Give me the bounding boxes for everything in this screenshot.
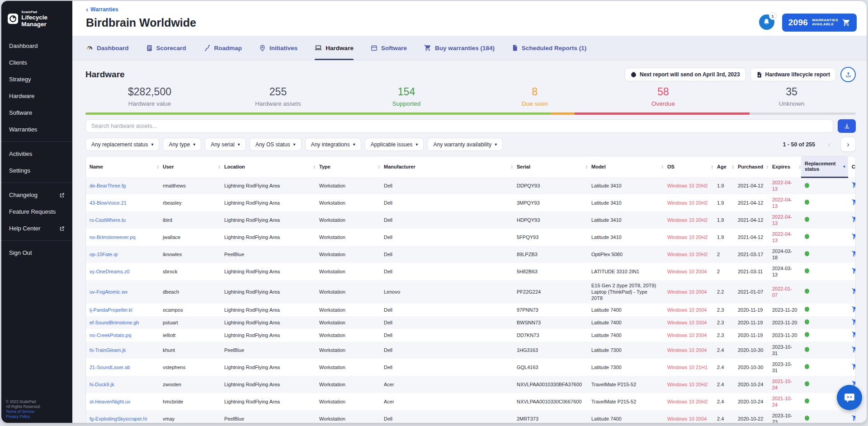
sidebar-item-software[interactable]: Software [1,104,72,121]
add-to-cart-icon[interactable] [852,346,856,353]
tab-scorecard[interactable]: Scorecard [146,36,186,60]
table-row[interactable]: 21-SoundLaser.ab vstephens Lightning Rod… [86,359,856,376]
asset-name-link[interactable]: rs-CastWhere.tu [90,217,126,223]
tab-buy-warranties[interactable]: Buy warranties (184) [424,36,495,60]
filter-warranty-availability[interactable]: Any warranty availability▾ [427,138,503,151]
sidebar-item-settings[interactable]: Settings [1,162,72,179]
add-to-cart-icon[interactable] [852,415,856,421]
sidebar-item-clients[interactable]: Clients [1,54,72,71]
sidebar-item-warranties[interactable]: Warranties [1,121,72,138]
table-row[interactable]: de-BearThree.fg rmatthews Lightning RodF… [86,177,856,194]
hardware-lifecycle-report-button[interactable]: Hardware lifecycle report [750,68,836,81]
table-row[interactable]: hi-TrainGleam.jk khunt PeelBlue Workstat… [86,342,856,359]
table-row[interactable]: uv-FogAtomic.wx dbeach Lightning RodFlyi… [86,280,856,304]
asset-name-link[interactable]: ef-SoundBrimstone.gh [90,320,139,325]
filter-replacement-status[interactable]: Any replacement status▾ [85,138,159,151]
table-row[interactable]: 43-BlowVoice.21 rbeasley Lightning RodFl… [86,194,856,211]
next-report-schedule-button[interactable]: Next report will send on April 3rd, 2023 [625,68,746,81]
asset-name-link[interactable]: hi-Duck9.jk [90,382,114,387]
table-row[interactable]: op-10Fate.qr iknowles PeelBlue Workstati… [86,246,856,263]
warranties-available-button[interactable]: 2096 WARRANTIES AVAILABLE [782,14,857,32]
column-header-user[interactable]: User▴▾ [159,156,221,177]
add-to-cart-icon[interactable] [852,306,856,313]
tab-dashboard[interactable]: Dashboard [86,36,129,60]
add-to-cart-icon[interactable] [852,363,856,370]
asset-name-link[interactable]: no-CreekPotato.pq [90,332,131,338]
table-row[interactable]: no-CreekPotato.pq ielliott Lightning Rod… [86,329,856,342]
tab-initiatives[interactable]: Initiatives [259,36,297,60]
sidebar-item-hardware[interactable]: Hardware [1,88,72,104]
add-to-cart-icon[interactable] [852,331,856,338]
column-header-expires[interactable]: Expires▴▾ [769,156,801,177]
sidebar-item-changelog[interactable]: Changelog [1,187,72,203]
column-header-purchased[interactable]: Purchased▴▾ [734,156,769,177]
sidebar-item-activities[interactable]: Activities [1,145,72,162]
sidebar-item-help-center[interactable]: Help Center [1,220,72,237]
search-input[interactable] [85,119,833,133]
table-row[interactable]: ij-PandaPropeller.kl ocampos Lightning R… [86,304,856,316]
filter-os-status[interactable]: Any OS status▾ [250,138,302,151]
column-header-location[interactable]: Location▴▾ [221,156,316,177]
filter-serial[interactable]: Any serial▾ [205,138,246,151]
notifications-button[interactable]: 1 [759,14,775,31]
export-share-button[interactable] [840,67,856,82]
table-row[interactable]: fg-ExplodingSkyscraper.hi vmay PeelBlue … [86,410,856,423]
sidebar-item-strategy[interactable]: Strategy [1,71,72,88]
table-row[interactable]: xy-OneDreams.z0 sbrock Lightning RodFlyi… [86,263,856,280]
add-to-cart-icon[interactable] [852,250,856,257]
column-header-age[interactable]: Age▴▾ [713,156,734,177]
add-to-cart-icon[interactable] [852,318,856,325]
tab-scheduled-reports[interactable]: Scheduled Reports (1) [512,36,586,60]
asset-name-link[interactable]: op-10Fate.qr [90,252,118,257]
sidebar-item-sign-out[interactable]: Sign Out [1,244,72,261]
cell-model: Latitude 7400 [588,316,664,329]
add-to-cart-icon[interactable] [852,267,856,274]
asset-name-link[interactable]: no-Brimstoneever.pq [90,234,136,240]
table-row[interactable]: st-HeavenNight.uv hmcbride Lightning Rod… [86,393,856,410]
table-row[interactable]: ef-SoundBrimstone.gh pstuart Lightning R… [86,316,856,329]
column-header-os[interactable]: OS▴▾ [664,156,713,177]
asset-name-link[interactable]: 43-BlowVoice.21 [90,200,127,206]
add-to-cart-icon[interactable] [852,216,856,223]
column-header-manufacturer[interactable]: Manufacturer▴▾ [380,156,513,177]
column-header-name[interactable]: Name▴▾ [86,156,159,177]
column-header-type[interactable]: Type▴▾ [316,156,380,177]
sidebar-item-dashboard[interactable]: Dashboard [1,37,72,54]
hardware-assets-table-card: Name▴▾ User▴▾ Location▴▾ Type▴▾ Manufact… [85,156,856,423]
chat-support-button[interactable] [837,385,862,410]
column-header-cart[interactable]: Cart▴▾ [848,156,856,177]
cell-location: Lightning RodFlying Area [221,229,316,246]
column-header-replacement-status[interactable]: Replacement status▾ [801,156,848,177]
privacy-link[interactable]: Privacy Policy [6,414,41,419]
column-header-serial[interactable]: Serial▴▾ [513,156,588,177]
add-to-cart-icon[interactable] [852,233,856,240]
prev-page-button[interactable]: ‹ [821,137,837,152]
filter-applicable-issues[interactable]: Applicable issues▾ [365,138,424,151]
terms-link[interactable]: Terms of Service [6,409,41,414]
asset-name-link[interactable]: xy-OneDreams.z0 [90,269,130,274]
report-file-icon [756,72,762,78]
sidebar-item-feature-requests[interactable]: Feature Requests [1,203,72,220]
asset-name-link[interactable]: ij-PandaPropeller.kl [90,307,132,313]
add-to-cart-icon[interactable] [852,199,856,206]
table-row[interactable]: no-Brimstoneever.pq jwallace Lightning R… [86,229,856,246]
table-row[interactable]: hi-Duck9.jk zwooten Lightning RodFlying … [86,376,856,393]
asset-name-link[interactable]: hi-TrainGleam.jk [90,347,126,353]
tab-hardware[interactable]: Hardware [315,36,354,60]
tab-software[interactable]: Software [371,36,407,60]
tab-roadmap[interactable]: Roadmap [203,36,242,60]
asset-name-link[interactable]: uv-FogAtomic.wx [90,289,127,295]
asset-name-link[interactable]: 21-SoundLaser.ab [90,365,130,370]
next-page-button[interactable]: › [840,137,856,152]
asset-name-link[interactable]: fg-ExplodingSkyscraper.hi [90,416,147,421]
table-row[interactable]: rs-CastWhere.tu ibird Lightning RodFlyin… [86,211,856,229]
filter-type[interactable]: Any type▾ [163,138,201,151]
download-csv-button[interactable] [838,119,856,133]
asset-name-link[interactable]: st-HeavenNight.uv [90,399,131,404]
filter-integrations[interactable]: Any integrations▾ [305,138,361,151]
breadcrumb[interactable]: ‹ Warranties [86,6,118,13]
add-to-cart-icon[interactable] [852,182,856,188]
asset-name-link[interactable]: de-BearThree.fg [90,183,126,188]
column-header-model[interactable]: Model▴▾ [588,156,664,177]
add-to-cart-icon[interactable] [852,288,856,295]
